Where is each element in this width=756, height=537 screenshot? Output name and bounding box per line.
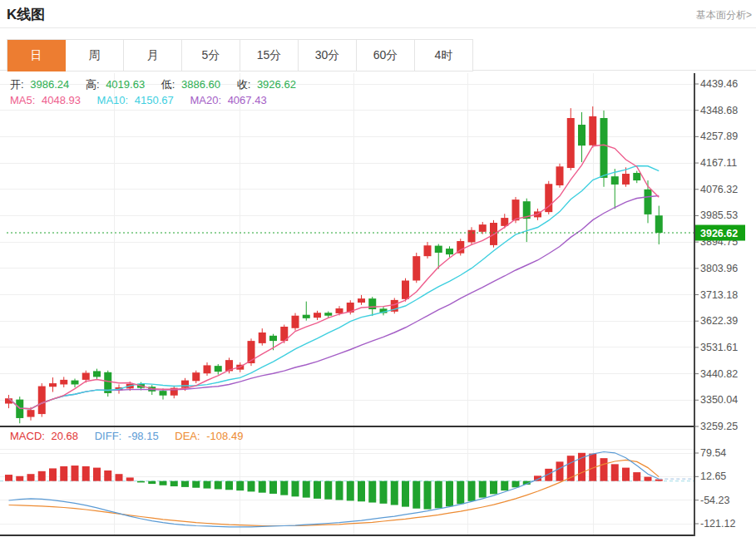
candle-body — [633, 173, 640, 180]
y-axis-label: 3803.96 — [700, 263, 738, 274]
candle-body — [72, 381, 79, 385]
close-value: 3926.62 — [257, 78, 296, 91]
low-label: 低: — [161, 78, 175, 91]
macd-axis-label: 79.54 — [700, 447, 726, 459]
open-label: 开: — [10, 78, 24, 91]
candle-body — [556, 166, 564, 185]
candle-body — [336, 308, 343, 313]
y-axis-label: 3259.25 — [700, 421, 738, 432]
macd-bar — [137, 481, 145, 483]
candle-body — [589, 116, 596, 145]
macd-bar — [292, 481, 299, 497]
candle-body — [259, 333, 266, 343]
candle-body — [645, 190, 652, 214]
macd-bar — [501, 481, 508, 490]
tab-15min[interactable]: 15分 — [240, 40, 299, 71]
tab-daily[interactable]: 日 — [7, 40, 66, 71]
tab-60min[interactable]: 60分 — [357, 40, 415, 71]
candle-body — [611, 176, 619, 185]
candle-body — [468, 230, 476, 243]
kline-page: K线图 基本面分析> 日 周 月 5分 15分 30分 60分 4时 4439.… — [0, 0, 756, 537]
macd-bar — [368, 481, 376, 503]
macd-label: MACD: — [10, 430, 45, 442]
header: K线图 基本面分析> — [0, 0, 756, 28]
y-axis-label: 4348.68 — [700, 105, 738, 116]
macd-axis-label: 12.65 — [700, 470, 726, 482]
macd-axis-label: -54.23 — [700, 495, 729, 506]
high-label: 高: — [86, 78, 100, 91]
macd-bar — [457, 481, 464, 505]
candle-body — [413, 256, 420, 280]
candle-body — [49, 383, 57, 387]
macd-bar — [16, 476, 23, 481]
macd-bar — [204, 481, 211, 489]
macd-bar — [60, 466, 67, 481]
macd-bar — [259, 481, 266, 493]
macd-bar — [5, 475, 12, 481]
candle-body — [655, 215, 663, 233]
candle-body — [368, 298, 376, 309]
candle-body — [435, 246, 442, 253]
macd-bar — [645, 477, 652, 481]
macd-bar — [446, 481, 453, 506]
diff-label: DIFF: — [95, 430, 122, 442]
candle-body — [314, 313, 321, 318]
open-value: 3986.24 — [30, 78, 69, 91]
diff-value: -98.15 — [128, 430, 159, 442]
macd-bar — [49, 468, 57, 480]
tab-4hour[interactable]: 4时 — [415, 40, 473, 71]
y-axis-label: 4167.11 — [700, 157, 737, 169]
candle-body — [622, 174, 630, 185]
y-axis-label: 4076.32 — [700, 184, 738, 195]
macd-bar — [435, 481, 442, 509]
macd-bar — [424, 481, 432, 510]
candle-body — [424, 245, 432, 256]
tab-weekly[interactable]: 周 — [66, 40, 124, 71]
y-axis-label: 4439.46 — [700, 78, 738, 90]
candle-body — [160, 391, 167, 396]
candle-body — [303, 315, 310, 318]
macd-axis-label: -121.12 — [700, 518, 735, 530]
macd-bar — [104, 470, 111, 481]
tab-30min[interactable]: 30分 — [299, 40, 357, 71]
candle-body — [402, 280, 409, 298]
macd-bar — [303, 481, 310, 498]
dea-value: -108.49 — [206, 430, 243, 442]
tab-monthly[interactable]: 月 — [124, 40, 182, 71]
ma20-label: MA20: — [190, 94, 221, 106]
macd-bar — [611, 464, 619, 480]
ma5-value: 4048.93 — [42, 94, 81, 106]
candle-body — [600, 118, 608, 178]
macd-bar — [160, 481, 167, 485]
macd-bar — [82, 466, 90, 481]
macd-bar — [512, 481, 520, 488]
candle-body — [479, 224, 487, 232]
candle-body — [181, 381, 189, 388]
macd-bar — [490, 481, 497, 495]
candle-body — [324, 313, 332, 315]
candle-body — [93, 371, 101, 377]
fundamental-analysis-link[interactable]: 基本面分析> — [696, 8, 752, 22]
macd-bar — [391, 481, 398, 505]
candle-body — [82, 373, 90, 380]
dea-label: DEA: — [175, 430, 200, 442]
candle-body — [358, 298, 365, 303]
ma-row: MA5: 4048.93 MA10: 4150.67 MA20: 4067.43 — [10, 94, 270, 106]
candle-body — [204, 365, 211, 373]
macd-bar — [633, 472, 640, 481]
macd-bar — [72, 466, 79, 481]
macd-bar — [148, 481, 156, 484]
macd-bar — [622, 468, 630, 481]
candle-body — [27, 410, 35, 416]
tab-5min[interactable]: 5分 — [182, 40, 240, 71]
macd-bar — [358, 481, 365, 502]
candle-body — [38, 387, 46, 415]
macd-bar — [655, 480, 663, 481]
candle-body — [292, 316, 299, 328]
macd-bar — [269, 481, 277, 494]
macd-bar — [181, 481, 189, 487]
price-badge-label: 3926.62 — [700, 228, 738, 239]
macd-value: 20.68 — [52, 430, 79, 442]
macd-bar — [347, 481, 354, 501]
ma10-label: MA10: — [97, 94, 129, 106]
